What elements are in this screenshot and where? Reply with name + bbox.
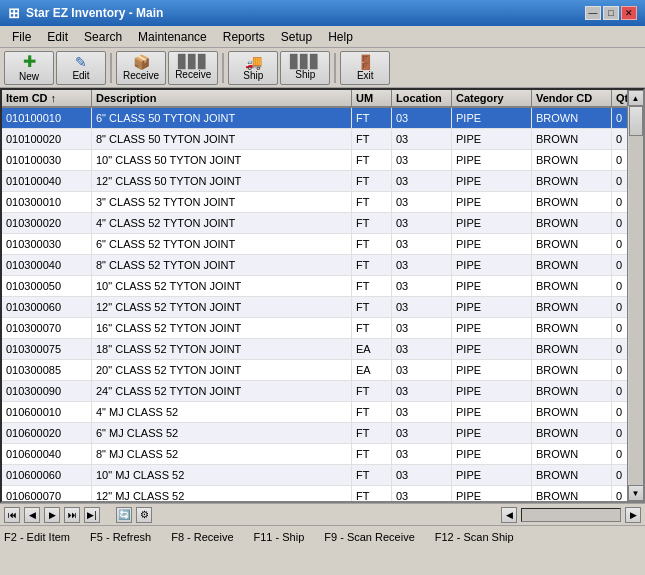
horizontal-scrollbar[interactable] [521, 508, 621, 522]
table-row[interactable]: 0103000306" CLASS 52 TYTON JOINTFT03PIPE… [2, 234, 627, 255]
cell-item-cd: 010600060 [2, 465, 92, 485]
table-row[interactable]: 0101000106" CLASS 50 TYTON JOINTFT03PIPE… [2, 108, 627, 129]
scrollbar-down-button[interactable]: ▼ [628, 485, 644, 501]
maximize-button[interactable]: □ [603, 6, 619, 20]
table-row[interactable]: 01010003010" CLASS 50 TYTON JOINTFT03PIP… [2, 150, 627, 171]
table-row[interactable]: 01030007518" CLASS 52 TYTON JOINTEA03PIP… [2, 339, 627, 360]
receive-button2[interactable]: ▊▊▊ Receive [168, 51, 218, 85]
toolbar: ✚ New ✎ Edit 📦 Receive ▊▊▊ Receive 🚚 Shi… [0, 48, 645, 88]
menu-maintenance[interactable]: Maintenance [130, 28, 215, 46]
app-icon: ⊞ [8, 5, 20, 21]
cell-category: PIPE [452, 381, 532, 401]
cell-vendor-cd: BROWN [532, 150, 612, 170]
table-row[interactable]: 0106000104" MJ CLASS 52FT03PIPEBROWN0 [2, 402, 627, 423]
ship-button2[interactable]: ▊▊▊ Ship [280, 51, 330, 85]
menu-reports[interactable]: Reports [215, 28, 273, 46]
scrollbar-thumb[interactable] [629, 106, 643, 136]
cell-item-cd: 010300090 [2, 381, 92, 401]
table-row[interactable]: 01030008520" CLASS 52 TYTON JOINTEA03PIP… [2, 360, 627, 381]
cell-qty-oh: 0 [612, 234, 627, 254]
grid-scrollbar[interactable]: ▲ ▼ [627, 90, 643, 501]
cell-category: PIPE [452, 339, 532, 359]
close-button[interactable]: ✕ [621, 6, 637, 20]
col-header-description[interactable]: Description [92, 90, 352, 106]
cell-vendor-cd: BROWN [532, 297, 612, 317]
new-button[interactable]: ✚ New [4, 51, 54, 85]
grid-main: Item CD ↑ Description UM Location Catego… [2, 90, 627, 501]
cell-vendor-cd: BROWN [532, 129, 612, 149]
status-f9: F9 - Scan Receive [324, 531, 414, 543]
nav-refresh-button[interactable]: 🔄 [116, 507, 132, 523]
col-header-um[interactable]: UM [352, 90, 392, 106]
cell-item-cd: 010300040 [2, 255, 92, 275]
menu-help[interactable]: Help [320, 28, 361, 46]
nav-settings-button[interactable]: ⚙ [136, 507, 152, 523]
table-row[interactable]: 0106000206" MJ CLASS 52FT03PIPEBROWN0 [2, 423, 627, 444]
nav-scroll-left[interactable]: ◀ [501, 507, 517, 523]
cell-category: PIPE [452, 255, 532, 275]
scrollbar-track[interactable] [629, 106, 643, 485]
ship-button1[interactable]: 🚚 Ship [228, 51, 278, 85]
table-row[interactable]: 0101000208" CLASS 50 TYTON JOINTFT03PIPE… [2, 129, 627, 150]
cell-location: 03 [392, 255, 452, 275]
cell-vendor-cd: BROWN [532, 486, 612, 501]
table-row[interactable]: 01010004012" CLASS 50 TYTON JOINTFT03PIP… [2, 171, 627, 192]
cell-qty-oh: 0 [612, 444, 627, 464]
cell-qty-oh: 0 [612, 129, 627, 149]
cell-qty-oh: 0 [612, 255, 627, 275]
edit-button[interactable]: ✎ Edit [56, 51, 106, 85]
col-header-vendor-cd[interactable]: Vendor CD [532, 90, 612, 106]
table-row[interactable]: 0103000408" CLASS 52 TYTON JOINTFT03PIPE… [2, 255, 627, 276]
cell-item-cd: 010100030 [2, 150, 92, 170]
menu-bar: File Edit Search Maintenance Reports Set… [0, 26, 645, 48]
table-row[interactable]: 01030009024" CLASS 52 TYTON JOINTFT03PIP… [2, 381, 627, 402]
status-bar: F2 - Edit Item F5 - Refresh F8 - Receive… [0, 525, 645, 547]
table-row[interactable]: 0103000204" CLASS 52 TYTON JOINTFT03PIPE… [2, 213, 627, 234]
receive-button1[interactable]: 📦 Receive [116, 51, 166, 85]
receive2-icon: ▊▊▊ [178, 55, 208, 68]
cell-um: FT [352, 423, 392, 443]
table-row[interactable]: 0106000408" MJ CLASS 52FT03PIPEBROWN0 [2, 444, 627, 465]
table-row[interactable]: 01060007012" MJ CLASS 52FT03PIPEBROWN0 [2, 486, 627, 501]
nav-last-button[interactable]: ⏭ [64, 507, 80, 523]
menu-setup[interactable]: Setup [273, 28, 320, 46]
cell-qty-oh: 0 [612, 360, 627, 380]
title-bar-left: ⊞ Star EZ Inventory - Main [8, 5, 163, 21]
nav-first-button[interactable]: ⏮ [4, 507, 20, 523]
exit-label: Exit [357, 70, 374, 81]
col-header-category[interactable]: Category [452, 90, 532, 106]
nav-scroll-right[interactable]: ▶ [625, 507, 641, 523]
menu-edit[interactable]: Edit [39, 28, 76, 46]
table-row[interactable]: 01030005010" CLASS 52 TYTON JOINTFT03PIP… [2, 276, 627, 297]
menu-search[interactable]: Search [76, 28, 130, 46]
cell-vendor-cd: BROWN [532, 234, 612, 254]
col-header-location[interactable]: Location [392, 90, 452, 106]
col-header-qty-oh[interactable]: Qty OH [612, 90, 627, 106]
minimize-button[interactable]: — [585, 6, 601, 20]
cell-location: 03 [392, 423, 452, 443]
cell-category: PIPE [452, 108, 532, 128]
cell-item-cd: 010300085 [2, 360, 92, 380]
cell-vendor-cd: BROWN [532, 213, 612, 233]
table-row[interactable]: 01060006010" MJ CLASS 52FT03PIPEBROWN0 [2, 465, 627, 486]
table-row[interactable]: 01030007016" CLASS 52 TYTON JOINTFT03PIP… [2, 318, 627, 339]
status-f11: F11 - Ship [254, 531, 305, 543]
new-icon: ✚ [23, 54, 36, 70]
grid-scroll[interactable]: 0101000106" CLASS 50 TYTON JOINTFT03PIPE… [2, 108, 627, 501]
cell-location: 03 [392, 171, 452, 191]
cell-category: PIPE [452, 234, 532, 254]
scrollbar-up-button[interactable]: ▲ [628, 90, 644, 106]
cell-um: FT [352, 171, 392, 191]
nav-prev-button[interactable]: ◀ [24, 507, 40, 523]
exit-button[interactable]: 🚪 Exit [340, 51, 390, 85]
table-row[interactable]: 0103000103" CLASS 52 TYTON JOINTFT03PIPE… [2, 192, 627, 213]
menu-file[interactable]: File [4, 28, 39, 46]
cell-vendor-cd: BROWN [532, 423, 612, 443]
edit-icon: ✎ [75, 55, 87, 69]
cell-qty-oh: 0 [612, 213, 627, 233]
col-header-item-cd[interactable]: Item CD ↑ [2, 90, 92, 106]
nav-play-button[interactable]: ▶| [84, 507, 100, 523]
cell-description: 18" CLASS 52 TYTON JOINT [92, 339, 352, 359]
table-row[interactable]: 01030006012" CLASS 52 TYTON JOINTFT03PIP… [2, 297, 627, 318]
nav-next-button[interactable]: ▶ [44, 507, 60, 523]
